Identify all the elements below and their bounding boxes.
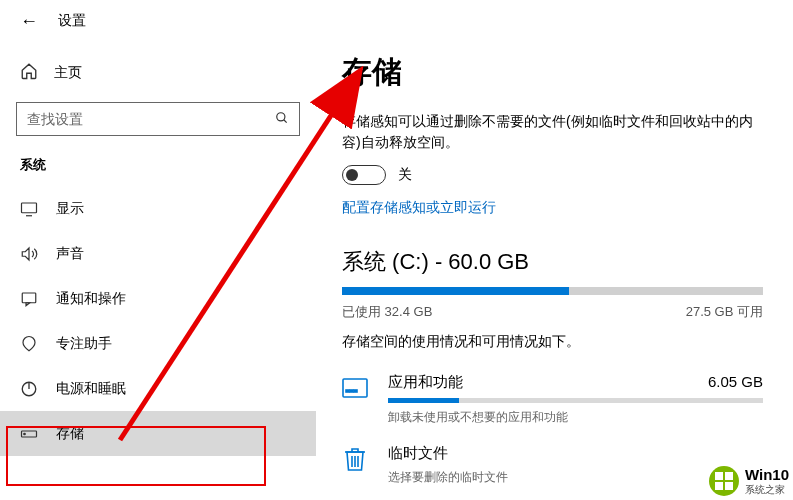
svg-rect-13 bbox=[350, 390, 353, 392]
category-bar bbox=[388, 398, 763, 403]
sidebar-item-label: 显示 bbox=[56, 200, 84, 218]
sidebar-item-label: 通知和操作 bbox=[56, 290, 126, 308]
search-input[interactable] bbox=[27, 111, 275, 127]
svg-rect-2 bbox=[22, 203, 37, 213]
sidebar-item-power-sleep[interactable]: 电源和睡眠 bbox=[0, 366, 316, 411]
sidebar-item-label: 声音 bbox=[56, 245, 84, 263]
category-size: 6.05 GB bbox=[708, 373, 763, 392]
display-icon bbox=[20, 200, 38, 218]
watermark-logo-icon bbox=[709, 466, 739, 496]
sidebar-item-notifications[interactable]: 通知和操作 bbox=[0, 276, 316, 321]
category-bar-fill bbox=[388, 398, 459, 403]
page-title: 存储 bbox=[342, 52, 763, 93]
svg-marker-4 bbox=[22, 248, 29, 260]
watermark-sub: 系统之家 bbox=[745, 484, 789, 495]
trash-icon bbox=[342, 446, 368, 472]
configure-storage-sense-link[interactable]: 配置存储感知或立即运行 bbox=[342, 199, 496, 217]
sidebar-item-focus-assist[interactable]: 专注助手 bbox=[0, 321, 316, 366]
storage-icon bbox=[20, 425, 38, 443]
sidebar-item-display[interactable]: 显示 bbox=[0, 186, 316, 231]
svg-marker-6 bbox=[26, 302, 30, 305]
sidebar-item-label: 电源和睡眠 bbox=[56, 380, 126, 398]
drive-usage-meta: 已使用 32.4 GB 27.5 GB 可用 bbox=[342, 303, 763, 321]
main-content: 存储 存储感知可以通过删除不需要的文件(例如临时文件和回收站中的内容)自动释放空… bbox=[316, 42, 793, 500]
sidebar-item-storage[interactable]: 存储 bbox=[0, 411, 316, 456]
usage-description: 存储空间的使用情况和可用情况如下。 bbox=[342, 333, 763, 351]
toggle-state-label: 关 bbox=[398, 166, 412, 184]
category-apps[interactable]: 应用和功能 6.05 GB 卸载未使用或不想要的应用和功能 bbox=[342, 373, 763, 426]
section-label: 系统 bbox=[0, 150, 316, 186]
category-subtitle: 卸载未使用或不想要的应用和功能 bbox=[388, 409, 763, 426]
power-icon bbox=[20, 380, 38, 398]
svg-rect-14 bbox=[354, 390, 357, 392]
home-label: 主页 bbox=[54, 64, 82, 82]
sidebar-item-sound[interactable]: 声音 bbox=[0, 231, 316, 276]
category-temp-files[interactable]: 临时文件 选择要删除的临时文件 bbox=[342, 444, 763, 486]
category-subtitle: 选择要删除的临时文件 bbox=[388, 469, 763, 486]
storage-sense-toggle[interactable] bbox=[342, 165, 386, 185]
sidebar: 主页 系统 显示 声音 通知和操作 bbox=[0, 42, 316, 500]
drive-title: 系统 (C:) - 60.0 GB bbox=[342, 247, 763, 277]
drive-used-label: 已使用 32.4 GB bbox=[342, 303, 432, 321]
sidebar-item-label: 存储 bbox=[56, 425, 84, 443]
search-icon bbox=[275, 111, 289, 128]
storage-sense-description: 存储感知可以通过删除不需要的文件(例如临时文件和回收站中的内容)自动释放空间。 bbox=[342, 111, 763, 153]
toggle-knob bbox=[346, 169, 358, 181]
svg-line-1 bbox=[284, 119, 287, 122]
notifications-icon bbox=[20, 290, 38, 308]
search-box[interactable] bbox=[16, 102, 300, 136]
home-icon bbox=[20, 62, 38, 84]
svg-point-10 bbox=[24, 433, 26, 435]
watermark: Win10 系统之家 bbox=[709, 466, 789, 496]
category-name: 临时文件 bbox=[388, 444, 448, 463]
header-title: 设置 bbox=[58, 12, 86, 30]
sound-icon bbox=[20, 245, 38, 263]
watermark-main: Win10 bbox=[745, 467, 789, 484]
drive-usage-fill bbox=[342, 287, 569, 295]
category-name: 应用和功能 bbox=[388, 373, 463, 392]
back-button[interactable]: ← bbox=[20, 11, 38, 32]
svg-point-0 bbox=[277, 112, 285, 120]
home-nav[interactable]: 主页 bbox=[0, 54, 316, 92]
apps-icon bbox=[342, 375, 368, 401]
drive-free-label: 27.5 GB 可用 bbox=[686, 303, 763, 321]
svg-rect-12 bbox=[346, 390, 349, 392]
sidebar-item-label: 专注助手 bbox=[56, 335, 112, 353]
svg-rect-5 bbox=[22, 293, 36, 303]
drive-usage-bar bbox=[342, 287, 763, 295]
focus-assist-icon bbox=[20, 335, 38, 353]
svg-rect-11 bbox=[343, 379, 367, 397]
window-header: ← 设置 bbox=[0, 0, 793, 42]
